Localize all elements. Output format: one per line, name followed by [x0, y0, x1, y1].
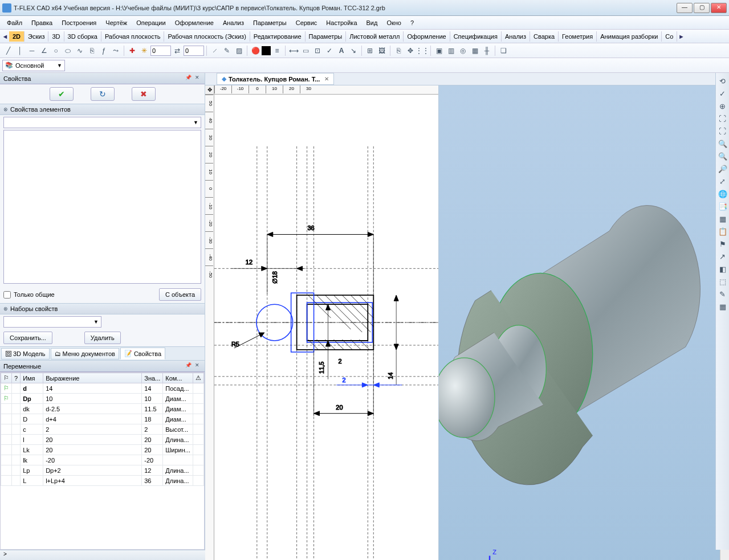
- var-row[interactable]: LpDp+212Длина...: [1, 465, 204, 476]
- var-row[interactable]: ⚐d1414Посад...: [1, 383, 204, 394]
- hatch-icon[interactable]: ▨: [233, 45, 245, 56]
- col-warn[interactable]: ⚠: [193, 373, 204, 383]
- modetab-3D сборка[interactable]: 3D сборка: [64, 31, 101, 42]
- right-tool-13[interactable]: ⚑: [717, 238, 728, 250]
- var-row[interactable]: Lk2020Ширин...: [1, 445, 204, 455]
- element-type-dropdown[interactable]: ▼: [3, 117, 201, 128]
- proj-icon[interactable]: ▦: [469, 45, 480, 56]
- right-tool-0[interactable]: ⟲: [717, 75, 728, 87]
- ellipse-icon[interactable]: ⬭: [62, 45, 74, 56]
- section-element-props[interactable]: ⊗ Свойства элементов: [0, 104, 205, 115]
- offset-x-input[interactable]: [150, 46, 171, 56]
- modetab-Рабочая плоскость[interactable]: Рабочая плоскость: [101, 31, 165, 42]
- var-row[interactable]: Dd+418Диам...: [1, 414, 204, 424]
- offset-y-input[interactable]: [184, 46, 204, 56]
- spline-icon[interactable]: ∿: [74, 45, 85, 56]
- from-object-button[interactable]: С объекта: [159, 288, 201, 301]
- only-common-checkbox[interactable]: Только общие: [3, 291, 55, 299]
- propset-dropdown[interactable]: ▼: [3, 316, 101, 328]
- tab-scroll-right[interactable]: ►: [677, 33, 685, 40]
- right-tool-2[interactable]: ⊕: [717, 100, 728, 112]
- right-tool-9[interactable]: 🌐: [717, 188, 728, 199]
- sketch-icon[interactable]: ✎: [221, 45, 233, 56]
- view-3d[interactable]: z x y: [439, 85, 729, 560]
- col-q[interactable]: ?: [12, 373, 21, 383]
- right-tool-11[interactable]: ▦: [717, 213, 728, 224]
- array-icon[interactable]: ⋮⋮: [417, 45, 428, 56]
- close-icon[interactable]: ✕: [193, 75, 201, 83]
- linetype-icon[interactable]: ≡: [271, 45, 283, 56]
- col-name[interactable]: Имя: [21, 373, 43, 383]
- tol-icon[interactable]: ⊡: [312, 45, 323, 56]
- menu-Параметры[interactable]: Параметры: [249, 18, 291, 28]
- polyline-icon[interactable]: ⟋: [209, 45, 221, 56]
- var-row[interactable]: c22Высот...: [1, 424, 204, 435]
- circle-icon[interactable]: ○: [50, 45, 62, 56]
- right-tool-6[interactable]: 🔍: [717, 150, 728, 162]
- hline-icon[interactable]: ─: [26, 45, 38, 56]
- angle-icon[interactable]: ∠: [38, 45, 50, 56]
- line-icon[interactable]: ╱: [2, 45, 14, 56]
- document-tab[interactable]: ◆ Толкатель. Купцов Роман. Т... ✕: [217, 73, 334, 85]
- view-2d[interactable]: ✥ -20-100102030 50403020100-10-20-30-40-…: [205, 85, 439, 560]
- col-com[interactable]: Ком...: [163, 373, 193, 383]
- section-icon[interactable]: ▥: [445, 45, 457, 56]
- sunburst-icon[interactable]: ✳: [139, 45, 150, 56]
- var-row[interactable]: l2020Длина...: [1, 435, 204, 445]
- modetab-Редактирование[interactable]: Редактирование: [250, 31, 306, 42]
- frag-icon[interactable]: ⊞: [364, 45, 376, 56]
- menu-Файл[interactable]: Файл: [2, 18, 27, 28]
- variables-table[interactable]: ⚐ ? Имя Выражение Зна... Ком... ⚠ ⚐d1414…: [0, 372, 205, 550]
- tab-3d-model[interactable]: 🞖3D Модель: [1, 348, 50, 359]
- var-row[interactable]: dkd-2.511.5Диам...: [1, 404, 204, 414]
- right-tool-7[interactable]: 🔎: [717, 163, 728, 174]
- modetab-Геометрия[interactable]: Геометрия: [559, 31, 597, 42]
- dim-icon[interactable]: ⟷: [288, 45, 299, 56]
- menu-Чертёж[interactable]: Чертёж: [101, 18, 132, 28]
- node-icon[interactable]: ✚: [127, 45, 138, 56]
- right-tool-8[interactable]: ⤢: [717, 175, 728, 187]
- notes-icon[interactable]: ▭: [300, 45, 311, 56]
- rough-icon[interactable]: ✓: [324, 45, 335, 56]
- modetab-Параметры[interactable]: Параметры: [306, 31, 347, 42]
- delete-set-button[interactable]: Удалить: [84, 332, 121, 344]
- pin-icon[interactable]: 📌: [184, 75, 192, 83]
- menu-Сервис[interactable]: Сервис: [291, 18, 322, 28]
- modetab-Сварка[interactable]: Сварка: [530, 31, 559, 42]
- tab-properties[interactable]: 📝Свойства: [120, 348, 165, 359]
- menu-Окно[interactable]: Окно: [382, 18, 406, 28]
- copy-icon[interactable]: ⎘: [393, 45, 404, 56]
- col-expr[interactable]: Выражение: [43, 373, 142, 383]
- apply-button[interactable]: ✔: [50, 87, 74, 101]
- right-tool-12[interactable]: 📋: [717, 226, 728, 237]
- refresh-button[interactable]: ↻: [91, 87, 115, 101]
- menu-Операции[interactable]: Операции: [132, 18, 170, 28]
- right-tool-1[interactable]: ✓: [717, 88, 728, 99]
- right-tool-16[interactable]: ⬚: [717, 276, 728, 287]
- ruler-origin[interactable]: ✥: [205, 85, 214, 95]
- right-tool-17[interactable]: ✎: [717, 288, 728, 300]
- right-tool-4[interactable]: ⛶: [717, 125, 728, 137]
- modetab-Спецификация[interactable]: Спецификация: [450, 31, 502, 42]
- right-tool-5[interactable]: 🔍: [717, 138, 728, 149]
- move-icon[interactable]: ✥: [405, 45, 416, 56]
- pic-icon[interactable]: 🖼: [376, 45, 388, 56]
- menu-Построения[interactable]: Построения: [57, 18, 101, 28]
- right-tool-3[interactable]: ⛶: [717, 113, 728, 124]
- close-tab-icon[interactable]: ✕: [324, 76, 329, 82]
- swap-icon[interactable]: ⇄: [172, 45, 183, 56]
- rgb-icon[interactable]: 🔴: [250, 45, 261, 56]
- menu-Оформление[interactable]: Оформление: [170, 18, 218, 28]
- modetab-2D[interactable]: 2D: [9, 31, 25, 42]
- leader-icon[interactable]: ↘: [348, 45, 359, 56]
- view-icon[interactable]: ▣: [433, 45, 445, 56]
- modetab-Эскиз[interactable]: Эскиз: [25, 31, 48, 42]
- menu-Вид[interactable]: Вид: [362, 18, 382, 28]
- menu-?[interactable]: ?: [406, 18, 418, 28]
- modetab-Оформление[interactable]: Оформление: [404, 31, 450, 42]
- col-val[interactable]: Зна...: [142, 373, 163, 383]
- color-black[interactable]: [262, 46, 271, 55]
- tab-scroll-left[interactable]: ◄: [1, 33, 9, 40]
- right-tool-10[interactable]: 📑: [717, 201, 728, 212]
- path-icon[interactable]: ⤳: [110, 45, 121, 56]
